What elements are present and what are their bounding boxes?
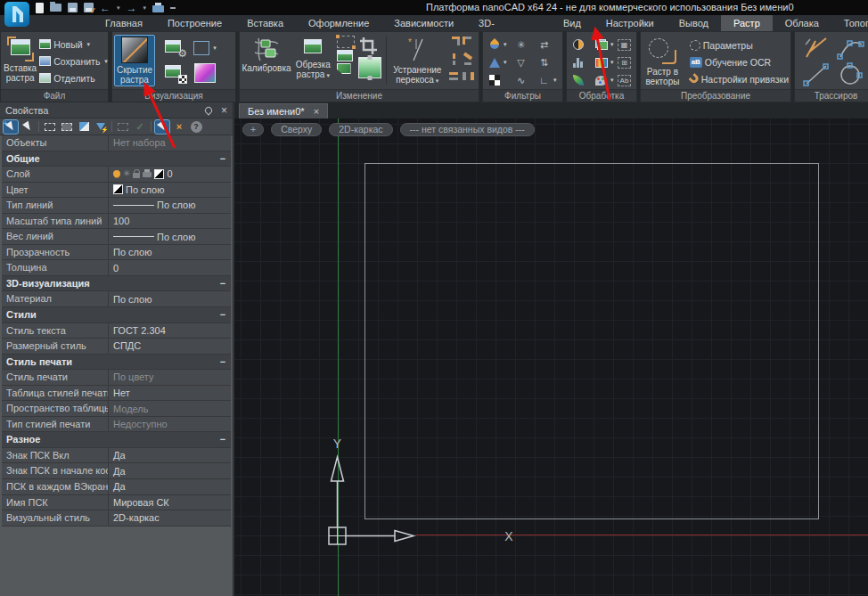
property-value[interactable]: 2D-каркас <box>109 510 231 526</box>
property-value[interactable]: Да <box>109 448 231 463</box>
property-value[interactable]: По слою <box>109 229 231 244</box>
select-window-button[interactable] <box>43 120 57 134</box>
select-invert-button[interactable] <box>77 120 91 134</box>
mirror-vertical-button[interactable]: ⇅ <box>537 53 561 71</box>
raster-tint-button[interactable] <box>190 61 220 86</box>
resize-raster-icon[interactable] <box>358 57 381 78</box>
align-vertical-icon[interactable] <box>448 53 460 65</box>
insert-raster-button[interactable]: Вставка растра <box>3 35 37 85</box>
corner-crop-icon[interactable] <box>337 63 351 74</box>
property-section-3D-визуализация[interactable]: 3D-визуализация− <box>2 276 231 292</box>
menu-tab-Главная[interactable]: Главная <box>93 15 155 31</box>
raster-settings-button[interactable]: ⚙ <box>160 36 190 61</box>
property-value[interactable]: ГОСТ 2.304 <box>109 323 231 339</box>
hide-raster-button[interactable]: Скрытие растра <box>114 35 155 86</box>
qat-customize-icon[interactable] <box>170 2 176 14</box>
close-icon[interactable]: × <box>221 105 227 116</box>
move-raster-area-button[interactable]: ⊞ <box>618 53 637 71</box>
viewport-add-button[interactable]: + <box>242 123 264 136</box>
smooth-contours-filter-button[interactable]: ∿ <box>514 71 537 89</box>
trace-polyline-button[interactable] <box>800 35 834 61</box>
save-icon[interactable] <box>68 2 78 14</box>
document-tab[interactable]: Без имени0* × <box>239 103 328 118</box>
menu-tab-Настройки[interactable]: Настройки <box>594 15 667 31</box>
align-center-icon[interactable] <box>463 70 474 82</box>
property-value[interactable]: По слою <box>109 245 231 260</box>
trace-circle-button[interactable] <box>834 61 868 88</box>
palette-button[interactable]: ▾ <box>594 71 618 89</box>
save-all-icon[interactable] <box>84 2 94 14</box>
despeckle-filter-button[interactable]: ✳ <box>514 36 537 53</box>
menu-tab-Вывод[interactable]: Вывод <box>667 15 721 31</box>
property-value[interactable]: Недоступно <box>109 417 231 432</box>
deselect-all-button[interactable]: × <box>172 120 186 134</box>
collapse-icon[interactable]: − <box>215 432 231 447</box>
histogram-button[interactable] <box>571 53 594 71</box>
property-value[interactable]: Нет набора <box>109 135 231 151</box>
align-corner-icon[interactable] <box>463 37 474 48</box>
print-icon[interactable] <box>152 2 164 14</box>
blur-filter-button[interactable]: ▾ <box>487 36 514 53</box>
sharpen-filter-button[interactable]: ▾ <box>487 53 514 71</box>
rotate-fragment-icon[interactable] <box>463 53 474 65</box>
new-file-icon[interactable] <box>36 2 44 14</box>
layer-freeze-icon[interactable]: ✳ <box>123 169 130 178</box>
close-tab-icon[interactable]: × <box>314 104 319 119</box>
property-value[interactable]: По слою <box>109 291 231 306</box>
nanocad-logo-icon[interactable] <box>4 2 29 27</box>
vectorization-parameters-button[interactable]: Параметры <box>690 37 789 53</box>
mirror-horizontal-button[interactable]: ⇄ <box>537 36 561 53</box>
select-cursor-button[interactable] <box>20 120 35 134</box>
select-all-filter-button[interactable] <box>60 120 74 134</box>
property-value[interactable]: Мировая СК <box>109 495 231 510</box>
property-value[interactable]: По слою <box>109 183 231 198</box>
property-value[interactable]: Да <box>109 479 231 494</box>
corner-correction-button[interactable]: ∟▾ <box>537 71 561 89</box>
tone-curves-button[interactable] <box>571 71 594 89</box>
pin-icon[interactable] <box>203 105 213 115</box>
redo-dropdown-icon[interactable]: ▾ <box>143 2 147 14</box>
fill-holes-filter-button[interactable]: ▽ <box>514 53 537 71</box>
help-button[interactable]: ? <box>189 120 203 134</box>
viewport-linked-views-button[interactable]: --- нет связанных видов --- <box>400 123 535 136</box>
layer-on-icon[interactable] <box>113 170 120 177</box>
raster-frame-button[interactable]: ▾ <box>190 36 220 61</box>
property-value[interactable]: СПДС <box>109 339 231 354</box>
trace-arc-button[interactable] <box>834 35 868 61</box>
select-append-mode-button[interactable]: + <box>4 120 18 134</box>
collapse-icon[interactable]: − <box>215 276 231 291</box>
raster-fragment-icon[interactable] <box>337 50 353 61</box>
select-raster-area-button[interactable]: ▦ <box>618 36 637 53</box>
menu-tab-Топоплан[interactable]: Топоплан <box>831 15 868 31</box>
ocr-text-area-button[interactable]: Ab <box>618 71 637 89</box>
trace-line-button[interactable] <box>800 61 834 88</box>
menu-tab-Вставка[interactable]: Вставка <box>234 15 296 31</box>
color-reduction-button[interactable]: ▾ <box>594 53 618 71</box>
deskew-button[interactable]: * Устранение перекоса▾ <box>389 35 446 87</box>
crop-raster-button[interactable]: Обрезка растра▾ <box>291 35 335 82</box>
open-file-icon[interactable] <box>50 2 61 14</box>
menu-tab-Облака точек[interactable]: Облака точек <box>773 15 831 31</box>
property-section-Стиль печати[interactable]: Стиль печати− <box>2 355 231 371</box>
property-value[interactable]: ✳0 <box>109 167 231 182</box>
property-value[interactable]: Модель <box>109 401 231 416</box>
property-section-Разное[interactable]: Разное− <box>2 432 231 448</box>
menu-tab-3D-инструменты[interactable]: 3D-инструменты <box>466 15 551 31</box>
menu-tab-Растр[interactable]: Растр <box>721 15 773 31</box>
collapse-icon[interactable]: − <box>215 355 231 370</box>
layer-lock-icon[interactable] <box>133 173 140 178</box>
property-value[interactable]: 0 <box>109 260 231 275</box>
property-section-Общие[interactable]: Общие− <box>2 151 231 167</box>
property-value[interactable]: Нет <box>109 386 231 401</box>
property-value[interactable]: По слою <box>109 198 231 213</box>
menu-tab-Построение[interactable]: Построение <box>155 15 234 31</box>
viewport-visual-style-button[interactable]: 2D-каркас <box>329 123 392 136</box>
viewport-view-button[interactable]: Сверху <box>271 123 322 136</box>
property-section-Стили[interactable]: Стили− <box>2 307 231 323</box>
save-raster-button[interactable]: Сохранить▾ <box>39 53 108 69</box>
ocr-training-button[interactable]: aB Обучение OCR <box>690 53 789 70</box>
calibration-button[interactable]: Калибровка <box>242 35 291 75</box>
color-swatch[interactable] <box>113 184 123 194</box>
pointer-mode-button[interactable] <box>155 120 169 134</box>
collapse-icon[interactable]: − <box>215 307 231 322</box>
